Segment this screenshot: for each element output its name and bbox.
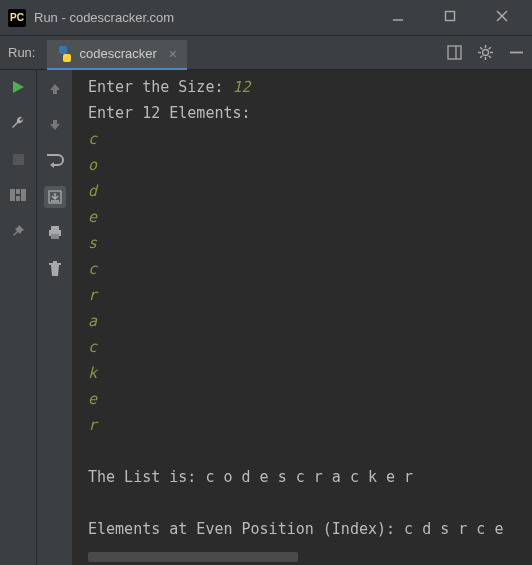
console-input-line: c	[88, 256, 516, 282]
up-arrow-icon[interactable]	[44, 78, 66, 100]
svg-rect-4	[448, 46, 461, 59]
svg-rect-18	[10, 189, 15, 201]
svg-rect-28	[49, 263, 61, 265]
hide-icon[interactable]	[509, 45, 524, 60]
svg-rect-17	[13, 154, 24, 165]
svg-line-12	[489, 56, 491, 58]
tab-close-icon[interactable]: ×	[169, 46, 177, 62]
console-input-line: e	[88, 386, 516, 412]
console-input-line: a	[88, 308, 516, 334]
svg-rect-24	[51, 226, 59, 230]
wrench-icon[interactable]	[9, 114, 27, 132]
trash-icon[interactable]	[44, 258, 66, 280]
run-button[interactable]	[9, 78, 27, 96]
pin-icon[interactable]	[9, 222, 27, 240]
console-line: Elements at Even Position (Index): c d s…	[88, 516, 516, 542]
scroll-to-end-icon[interactable]	[44, 186, 66, 208]
console-input-line: r	[88, 412, 516, 438]
console-input-line: d	[88, 178, 516, 204]
stop-button[interactable]	[9, 150, 27, 168]
horizontal-scrollbar[interactable]	[88, 552, 298, 562]
window-controls	[384, 10, 524, 25]
svg-rect-19	[16, 189, 20, 194]
tab-label: codescracker	[79, 46, 156, 61]
svg-line-14	[480, 56, 482, 58]
print-icon[interactable]	[44, 222, 66, 244]
run-tab[interactable]: codescracker ×	[47, 40, 187, 70]
run-toolbar: Run: codescracker ×	[0, 36, 532, 70]
minimize-button[interactable]	[384, 10, 412, 25]
console-output[interactable]: Enter the Size: 12 Enter 12 Elements: co…	[72, 70, 532, 565]
console-input-line: c	[88, 126, 516, 152]
svg-rect-27	[53, 261, 57, 263]
window-title: Run - codescracker.com	[34, 10, 384, 25]
svg-rect-26	[51, 234, 59, 239]
console-line: The List is: c o d e s c r a c k e r	[88, 464, 516, 490]
console-line: Enter 12 Elements:	[88, 100, 516, 126]
console-input-line: o	[88, 152, 516, 178]
console-input-line: c	[88, 334, 516, 360]
console-line: Enter the Size: 12	[88, 74, 516, 100]
console-input-line: s	[88, 230, 516, 256]
python-icon	[57, 46, 73, 62]
svg-marker-16	[13, 81, 24, 93]
console-input-line: k	[88, 360, 516, 386]
svg-line-13	[489, 47, 491, 49]
workspace: Enter the Size: 12 Enter 12 Elements: co…	[0, 70, 532, 565]
svg-rect-21	[21, 189, 26, 201]
gear-icon[interactable]	[478, 45, 493, 60]
dump-icon[interactable]	[9, 186, 27, 204]
soft-wrap-icon[interactable]	[44, 150, 66, 172]
svg-rect-1	[446, 12, 455, 21]
console-input-line: r	[88, 282, 516, 308]
svg-rect-20	[16, 196, 20, 201]
down-arrow-icon[interactable]	[44, 114, 66, 136]
console-controls-gutter	[36, 70, 72, 565]
svg-point-6	[483, 50, 489, 56]
run-label: Run:	[8, 45, 35, 60]
pycharm-icon: PC	[8, 9, 26, 27]
layout-settings-icon[interactable]	[447, 45, 462, 60]
close-button[interactable]	[488, 10, 516, 25]
titlebar: PC Run - codescracker.com	[0, 0, 532, 36]
run-actions-gutter	[0, 70, 36, 565]
console-input-line: e	[88, 204, 516, 230]
maximize-button[interactable]	[436, 10, 464, 25]
svg-line-11	[480, 47, 482, 49]
